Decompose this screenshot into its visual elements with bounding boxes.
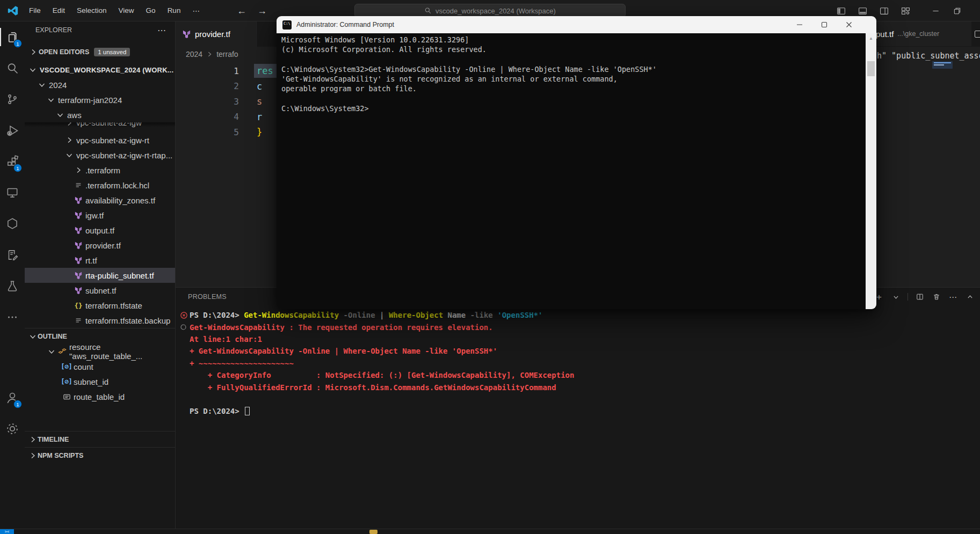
npm-scripts-section-header[interactable]: NPM SCRIPTS [25, 447, 175, 463]
restore-icon[interactable] [948, 0, 966, 21]
cmd-text-line: operable program or batch file. [281, 84, 866, 94]
terraform-icon [73, 287, 84, 294]
outline-item-route-table-id[interactable]: route_table_id [25, 389, 175, 404]
split-icon[interactable] [915, 292, 925, 302]
status-accent-chip [369, 530, 378, 534]
accounts-icon[interactable]: 1 [0, 382, 25, 413]
cmd-output[interactable]: Microsoft Windows [Version 10.0.22631.32… [277, 33, 866, 309]
cmd-text-line: C:\Windows\System32>Get-WindowsCapabilit… [281, 65, 866, 75]
tree-item-availability-zones-tf[interactable]: availability_zones.tf [25, 193, 175, 208]
tree-item-terraform-lock-hcl[interactable]: .terraform.lock.hcl [25, 178, 175, 193]
tree-item-vpc-subnet-az-igw[interactable]: vpc-subnet-az-igw [25, 122, 175, 133]
cmd-maximize-icon[interactable] [812, 16, 837, 33]
tree-item-aws[interactable]: aws [25, 107, 175, 122]
search-icon[interactable] [0, 53, 25, 84]
test-icon[interactable] [0, 270, 25, 302]
back-arrow-icon[interactable]: ← [237, 6, 246, 16]
breadcrumb-item[interactable]: 2024 [186, 50, 202, 58]
scrollbar-thumb[interactable] [867, 61, 875, 76]
tree-item-terraform-tfstate[interactable]: {}terraform.tfstate [25, 298, 175, 313]
tree-item-label: rta-public_subnet.tf [85, 271, 154, 280]
error-gutter-icon [180, 311, 190, 319]
menu-edit[interactable]: Edit [47, 0, 71, 21]
tree-item-terraform-jan2024[interactable]: terraform-jan2024 [25, 92, 175, 107]
layout-grid-icon[interactable] [897, 0, 914, 21]
tree-item-provider-tf[interactable]: provider.tf [25, 238, 175, 253]
forward-arrow-icon[interactable]: → [257, 6, 267, 16]
tree-item-label: rt.tf [85, 256, 97, 265]
terraform-icon [73, 257, 84, 264]
cmd-scrollbar[interactable]: ▲ [866, 33, 876, 309]
resource-icon [57, 347, 68, 356]
more-actions-icon[interactable]: ⋯ [157, 25, 166, 35]
dropdown-icon[interactable] [891, 292, 901, 302]
minimize-icon[interactable] [927, 0, 945, 21]
code-line-right[interactable]: h" "public_subnet_asso [874, 47, 980, 61]
menu-more[interactable]: ⋯ [186, 0, 206, 21]
tree-item-output-tf[interactable]: output.tf [25, 223, 175, 238]
tab-problems[interactable]: PROBLEMS [188, 293, 227, 301]
tab-bar-right: put.tf ...\gke_cluster [874, 21, 980, 47]
tree-item-terraform-tfstate-backup[interactable]: terraform.tfstate.backup [25, 313, 175, 328]
split-editor-icon[interactable] [975, 31, 980, 38]
layout-sidebar-right-icon[interactable] [875, 0, 893, 21]
menu-selection[interactable]: Selection [71, 0, 113, 21]
tree-item-rta-public-subnet-tf[interactable]: rta-public_subnet.tf [25, 268, 175, 283]
outline-section-header[interactable]: OUTLINE [25, 328, 175, 344]
more-icon[interactable]: ⋯ [948, 292, 958, 302]
scroll-up-icon[interactable]: ▲ [869, 33, 873, 43]
source-control-icon[interactable] [0, 84, 25, 115]
terminal-line: PS D:\2024> Get-WindowsCapability -Onlin… [176, 309, 980, 321]
menu-go[interactable]: Go [140, 0, 162, 21]
tree-item-rt-tf[interactable]: rt.tf [25, 253, 175, 268]
chevron-down-icon [27, 65, 38, 74]
tab-output-tf[interactable]: put.tf ...\gke_cluster [874, 21, 971, 46]
maximize-icon[interactable] [965, 292, 975, 302]
tree-item-terraform[interactable]: .terraform [25, 163, 175, 178]
tree-item-label: terraform.tfstate [85, 301, 142, 310]
cmd-minimize-icon[interactable] [787, 16, 812, 33]
field-icon: [⊘] [61, 378, 72, 385]
timeline-section-header[interactable]: TIMELINE [25, 431, 175, 447]
menu-view[interactable]: View [113, 0, 140, 21]
breadcrumb-item[interactable]: terrafo [216, 50, 238, 58]
menu-run[interactable]: Run [162, 0, 187, 21]
tree-item-vscode-workspace-2024-work[interactable]: VSCODE_WORKSPACE_2024 (WORK... [25, 62, 175, 77]
tab-provider-tf[interactable]: provider.tf [176, 21, 257, 47]
tree-item-vpc-subnet-az-igw-rt-rtap[interactable]: vpc-subnet-az-igw-rt-rtap... [25, 148, 175, 163]
cmd-close-icon[interactable] [837, 16, 861, 33]
remote-explorer-icon[interactable] [0, 177, 25, 208]
settings-icon[interactable] [0, 413, 25, 444]
cmd-titlebar[interactable]: C:\ Administrator: Command Prompt [277, 16, 876, 33]
code-text: s [257, 96, 262, 107]
status-bar: >< [0, 529, 980, 534]
trash-icon[interactable] [932, 292, 941, 302]
remote-indicator[interactable]: >< [0, 529, 14, 534]
terraform-icon [73, 196, 84, 204]
open-editors-section[interactable]: OPEN EDITORS 1 unsaved [25, 45, 175, 59]
activity-bottom: 1 [0, 382, 25, 444]
terraform-icon [73, 242, 84, 249]
command-prompt-window[interactable]: C:\ Administrator: Command Prompt Micros… [277, 16, 876, 309]
file-tree: VSCODE_WORKSPACE_2024 (WORK...2024terraf… [25, 62, 175, 328]
hexagon-icon[interactable] [0, 208, 25, 239]
outline-item-resource-aws-route-table[interactable]: resource "aws_route_table_... [25, 344, 175, 359]
request-icon[interactable] [0, 239, 25, 270]
more-icon[interactable] [0, 302, 25, 333]
menu-file[interactable]: File [23, 0, 47, 21]
outline-item-count[interactable]: [⊘]count [25, 359, 175, 374]
run-debug-icon[interactable] [0, 115, 25, 146]
sidebar-header: EXPLORER ⋯ [25, 21, 175, 39]
outline-item-subnet-id[interactable]: [⊘]subnet_id [25, 374, 175, 389]
tree-item-label: terraform.tfstate.backup [85, 316, 170, 325]
terminal-output[interactable]: PS D:\2024> Get-WindowsCapability -Onlin… [176, 309, 980, 418]
cmd-text-line [281, 94, 866, 104]
tree-item-vpc-subnet-az-igw-rt[interactable]: vpc-subnet-az-igw-rt [25, 133, 175, 148]
tree-item-subnet-tf[interactable]: subnet.tf [25, 283, 175, 298]
editor-group-2: put.tf ...\gke_cluster h" "public_subnet… [874, 21, 980, 287]
tree-item-label: 2024 [49, 81, 67, 90]
explorer-icon[interactable]: 1 [0, 21, 25, 53]
extensions-icon[interactable]: 1 [0, 146, 25, 177]
tree-item-igw-tf[interactable]: igw.tf [25, 208, 175, 223]
tree-item-2024[interactable]: 2024 [25, 77, 175, 92]
